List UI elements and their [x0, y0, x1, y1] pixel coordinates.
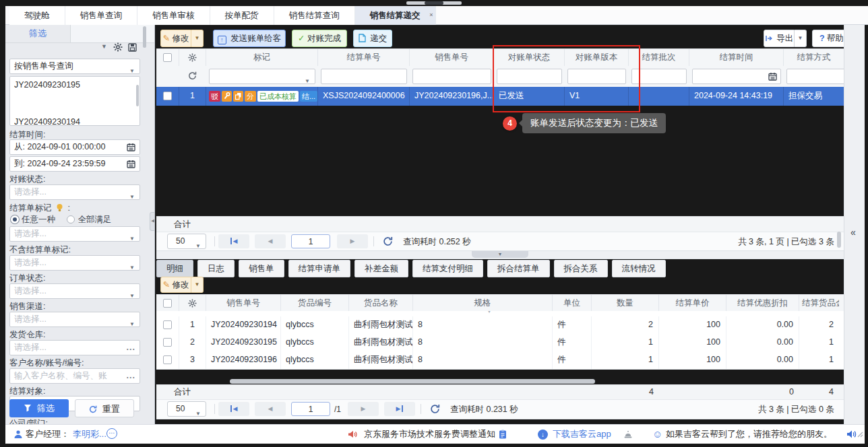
customer-input[interactable]: 输入客户名称、编号、账 ...: [9, 368, 140, 384]
detail-tab-settle-apply[interactable]: 结算申请单: [288, 260, 351, 277]
resize-grip-icon[interactable]: [857, 432, 863, 447]
query-type-select[interactable]: 按销售单号查询 ▼: [9, 59, 140, 74]
radio-all[interactable]: [67, 215, 75, 224]
detail-modify-button[interactable]: ✎ 修改: [160, 277, 191, 293]
calendar-icon[interactable]: [768, 72, 777, 81]
prev-page-button[interactable]: ◀: [255, 402, 286, 416]
row-checkbox[interactable]: [163, 320, 172, 329]
detail-hscroll-thumb[interactable]: [230, 379, 595, 384]
settle-mark-select[interactable]: 请选择... ▼: [9, 226, 140, 242]
detail-row-2[interactable]: 2 JY202409230195 qlybccs 曲利雨包材测试 8 件 1 1…: [156, 334, 844, 352]
column-header-unit[interactable]: 单位: [553, 295, 592, 312]
column-header-sku[interactable]: 货品编号: [281, 295, 349, 312]
detail-tab-split-merge-order[interactable]: 拆合结算单: [487, 260, 550, 277]
page-size-select[interactable]: 50▼: [167, 234, 206, 249]
manager-name-link[interactable]: 李明彩...: [73, 425, 106, 444]
first-page-button[interactable]: ◀: [218, 402, 249, 416]
column-header-mark[interactable]: 标记: [206, 49, 318, 67]
row-checkbox[interactable]: [163, 92, 172, 100]
next-page-button[interactable]: ▶: [348, 402, 379, 416]
sidebar-collapse-handle[interactable]: ◀: [150, 212, 155, 231]
recon-done-button[interactable]: ✓ 对账完成: [292, 30, 347, 47]
export-dropdown-button[interactable]: ▼: [795, 30, 807, 47]
reload-icon[interactable]: [383, 236, 393, 246]
select-all-checkbox[interactable]: [163, 53, 172, 62]
order-numbers-textarea[interactable]: JY202409230195 JY202409230194: [9, 76, 140, 126]
column-header-name[interactable]: 货品名称: [349, 295, 413, 312]
exclude-mark-select[interactable]: 请选择... ▼: [9, 255, 140, 271]
page-size-select[interactable]: 50▼: [167, 401, 206, 417]
column-settings-cell[interactable]: [179, 295, 206, 312]
calendar-icon[interactable]: [127, 143, 135, 151]
detail-row-1[interactable]: 1 JY202409230194 qlybccs 曲利雨包材测试 8 件 2 1…: [156, 316, 844, 335]
column-header-price[interactable]: 结算单价: [659, 295, 726, 312]
detail-tab-diff-amount[interactable]: 补差金额: [354, 260, 408, 277]
notice-link[interactable]: 京东服务市场技术服务费调整通知: [364, 425, 495, 444]
settle-time-from-input[interactable]: 从: 2024-09-01 00:00:00: [9, 139, 140, 155]
calendar-icon[interactable]: [127, 160, 135, 168]
detail-tab-split-merge-relation[interactable]: 拆合关系: [554, 260, 608, 277]
settle-time-to-input[interactable]: 到: 2024-09-24 23:59:59: [9, 156, 140, 172]
sales-channel-select[interactable]: 请选择... ▼: [9, 312, 140, 327]
more-icon[interactable]: ...: [127, 341, 135, 355]
download-app-link[interactable]: 下载吉客云app: [553, 425, 611, 444]
detail-tab-sales-order[interactable]: 销售单: [239, 260, 284, 277]
detail-modify-dropdown-button[interactable]: ▼: [191, 277, 204, 293]
send-bill-button[interactable]: ↑ 发送账单给客户: [213, 30, 286, 47]
expand-panel-icon[interactable]: «: [850, 227, 856, 238]
column-header-time[interactable]: 结算时间: [689, 49, 784, 67]
column-header-discount[interactable]: 结算优惠折扣: [726, 295, 799, 312]
chat-icon[interactable]: ⋯: [106, 428, 117, 447]
splitter-handle[interactable]: ▼: [472, 251, 528, 258]
detail-tab-payment-detail[interactable]: 结算支付明细: [412, 260, 483, 277]
gear-icon[interactable]: [113, 42, 123, 52]
warehouse-input[interactable]: 请选择... ...: [9, 340, 140, 355]
next-page-button[interactable]: ▶: [337, 234, 368, 248]
select-all-checkbox[interactable]: [163, 299, 172, 308]
first-page-button[interactable]: ◀: [218, 234, 249, 248]
column-header-amount[interactable]: 结算货品金额: [799, 295, 839, 312]
method-filter-input[interactable]: [786, 69, 844, 84]
tab-sales-settlement-query[interactable]: 销售结算查询: [274, 6, 355, 25]
detail-tab-detail[interactable]: 明细: [156, 260, 193, 277]
last-page-button[interactable]: ▶: [384, 402, 415, 416]
radio-any-selected[interactable]: [11, 215, 19, 224]
grid-vscroll-thumb[interactable]: [837, 232, 841, 248]
tab-sales-order-audit[interactable]: 销售单审核: [137, 6, 210, 25]
filter-button[interactable]: 筛选: [9, 399, 69, 417]
chevron-down-icon[interactable]: ▼: [487, 311, 492, 314]
column-header-spec[interactable]: 规格: [413, 295, 553, 312]
sales-no-filter-input[interactable]: [412, 69, 491, 84]
row-checkbox[interactable]: [163, 338, 172, 347]
lamp-icon[interactable]: [623, 430, 633, 447]
grid-splitter[interactable]: ▼: [156, 250, 844, 259]
settle-no-filter-input[interactable]: [321, 69, 407, 84]
reset-button[interactable]: 重置: [75, 399, 134, 417]
recon-status-select[interactable]: 请选择... ▼: [9, 184, 140, 200]
save-icon[interactable]: [128, 43, 137, 52]
detail-row-3[interactable]: 3 JY202409230196 qlybccs 曲利雨包材测试 8 件 1 1…: [156, 351, 844, 370]
clipboard-icon[interactable]: [499, 429, 507, 447]
row-checkbox[interactable]: [163, 355, 172, 364]
chevron-down-icon[interactable]: ▼: [101, 43, 107, 50]
column-header-method[interactable]: 结算方式: [784, 49, 844, 67]
tab-dashboard[interactable]: 驾驶舱: [9, 6, 65, 25]
detail-tab-log[interactable]: 日志: [197, 260, 235, 277]
prev-page-button[interactable]: ◀: [255, 234, 286, 248]
submit-button[interactable]: 递交: [353, 30, 392, 47]
column-header-qty[interactable]: 数量: [592, 295, 659, 312]
modify-dropdown-button[interactable]: ▼: [191, 30, 204, 47]
mark-filter-select[interactable]: ▼: [209, 69, 315, 84]
modify-button[interactable]: ✎ 修改: [160, 30, 191, 47]
sidebar-tab-filter[interactable]: 筛选: [5, 25, 71, 42]
textarea-scrollbar[interactable]: [136, 85, 139, 106]
tab-sales-settlement-submit[interactable]: 销售结算递交 ×: [355, 6, 436, 25]
tab-sales-order-query[interactable]: 销售单查询: [65, 6, 138, 25]
sidebar-scrollbar[interactable]: [143, 26, 146, 48]
speaker-icon[interactable]: [846, 429, 857, 447]
column-settings-cell[interactable]: [179, 49, 206, 67]
time-filter-input[interactable]: [692, 69, 781, 84]
column-header-sales-no[interactable]: 销售单号: [410, 49, 494, 67]
export-button[interactable]: 导出: [764, 30, 795, 47]
order-status-select[interactable]: 请选择... ▼: [9, 283, 140, 299]
